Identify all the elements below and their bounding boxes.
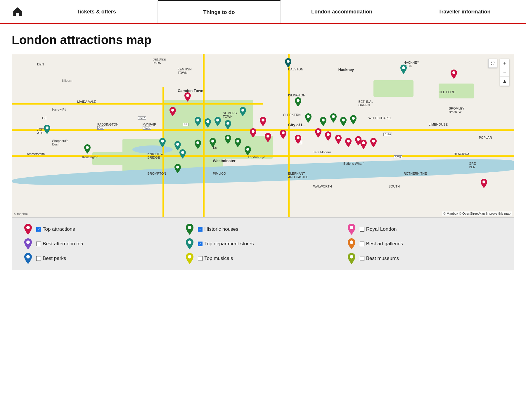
compass-button[interactable]: ▲ [500, 77, 509, 86]
pin-historic-ken[interactable] [84, 144, 91, 154]
mapbox-logo: © mapbox [14, 212, 28, 216]
svg-point-44 [188, 240, 191, 244]
svg-point-27 [176, 166, 179, 169]
best-afternoon-tea-check[interactable]: Best afternoon tea [36, 241, 83, 247]
pin-dept7[interactable] [179, 149, 186, 159]
pin-top-hackney[interactable] [451, 70, 457, 79]
svg-point-10 [347, 140, 350, 143]
svg-point-23 [332, 115, 335, 118]
top-dept-stores-pin [185, 239, 194, 249]
pin-historic3[interactable] [210, 138, 216, 147]
svg-point-11 [357, 138, 360, 141]
top-dept-stores-checkbox[interactable]: ✓ [198, 242, 203, 246]
svg-point-2 [262, 119, 264, 122]
pin-historic5[interactable] [235, 138, 241, 147]
pin-historic-s[interactable] [174, 164, 181, 173]
pin-historic-london-eye[interactable] [245, 146, 251, 155]
pin-top4[interactable] [280, 130, 286, 139]
pin-historic4[interactable] [225, 135, 231, 144]
best-art-galleries-check[interactable]: Best art galleries [360, 241, 403, 247]
pin-dept-shepherd[interactable] [44, 125, 50, 134]
pin-dept-north[interactable] [285, 58, 291, 67]
best-art-galleries-checkbox[interactable] [360, 242, 364, 246]
pin-dept1[interactable] [195, 117, 201, 126]
svg-point-40 [26, 226, 30, 229]
pin-top2[interactable] [250, 128, 256, 138]
zoom-out-button[interactable]: − [500, 68, 509, 77]
pin-top7[interactable] [325, 131, 331, 141]
pin-historic1[interactable] [295, 97, 301, 107]
pin-camden[interactable] [184, 92, 191, 102]
pin-top1[interactable] [260, 117, 266, 126]
royal-london-checkbox[interactable] [360, 227, 364, 232]
svg-point-5 [282, 131, 285, 134]
pin-dept2[interactable] [205, 118, 211, 128]
pin-regents[interactable] [169, 107, 176, 116]
svg-point-13 [372, 140, 375, 143]
pin-historic7[interactable] [320, 117, 326, 126]
best-museums-pin [347, 254, 356, 263]
legend-top-musicals: Top musicals [185, 254, 341, 263]
svg-point-25 [352, 117, 355, 120]
map-zoom-controls: + − ▲ [500, 59, 509, 86]
pin-top8[interactable] [335, 135, 342, 144]
historic-houses-checkbox[interactable]: ✓ [198, 227, 203, 232]
svg-point-3 [252, 130, 255, 133]
legend-top-attractions: ✓ Top attractions [23, 225, 179, 234]
pin-historic6[interactable] [305, 113, 312, 123]
top-musicals-checkbox[interactable] [198, 256, 203, 261]
legend-best-museums: Best museums [347, 254, 503, 263]
pin-top-far-right[interactable] [481, 179, 487, 188]
best-parks-checkbox[interactable] [36, 256, 41, 261]
pin-top12[interactable] [370, 138, 377, 147]
pin-historic2[interactable] [195, 140, 201, 149]
svg-point-24 [342, 119, 345, 122]
top-musicals-check[interactable]: Top musicals [198, 256, 233, 261]
page-title: London attractions map [12, 33, 514, 47]
svg-point-6 [297, 136, 300, 139]
best-museums-check[interactable]: Best museums [360, 256, 399, 261]
top-musicals-pin [185, 254, 194, 263]
pin-dept5[interactable] [159, 138, 166, 147]
pin-dept-marylebone[interactable] [240, 107, 246, 116]
pin-historic8[interactable] [330, 113, 337, 123]
svg-point-14 [452, 71, 455, 74]
tab-accommodation[interactable]: London accommodation [281, 0, 403, 23]
tab-things-to-do[interactable]: Things to do [158, 0, 281, 23]
pin-dept-east[interactable] [400, 65, 407, 74]
svg-point-42 [350, 226, 353, 229]
historic-houses-check[interactable]: ✓ Historic houses [198, 226, 238, 232]
pin-historic9[interactable] [340, 117, 347, 126]
best-afternoon-tea-checkbox[interactable] [36, 242, 41, 246]
pin-top5[interactable] [295, 135, 301, 144]
svg-point-0 [186, 94, 189, 97]
top-attractions-checkbox[interactable]: ✓ [36, 227, 41, 232]
svg-point-4 [267, 135, 269, 138]
fullscreen-button[interactable] [488, 59, 497, 68]
pin-top3[interactable] [265, 133, 271, 142]
top-attractions-check[interactable]: ✓ Top attractions [36, 226, 75, 232]
pin-top9[interactable] [345, 138, 352, 147]
best-museums-checkbox[interactable] [360, 256, 364, 261]
pin-dept3[interactable] [214, 117, 221, 126]
royal-london-check[interactable]: Royal London [360, 226, 397, 232]
pin-top6[interactable] [315, 128, 321, 138]
svg-point-31 [216, 119, 219, 122]
home-button[interactable] [0, 0, 35, 23]
top-dept-stores-check[interactable]: ✓ Top department stores [198, 241, 254, 247]
attractions-map[interactable]: DEN Kilburn KENTISHTOWN BELSIZEPARK Camd… [12, 54, 514, 218]
svg-point-12 [362, 141, 365, 144]
svg-point-41 [188, 226, 191, 229]
svg-point-30 [206, 120, 209, 123]
svg-point-1 [171, 109, 174, 112]
pin-dept4[interactable] [225, 120, 231, 129]
tab-tickets[interactable]: Tickets & offers [35, 0, 158, 23]
pin-top11[interactable] [360, 140, 367, 149]
best-parks-check[interactable]: Best parks [36, 256, 66, 261]
road-vertical-1 [203, 54, 205, 217]
tab-traveller-info[interactable]: Traveller information [403, 0, 526, 23]
svg-point-20 [236, 140, 239, 143]
hackney-downs [373, 80, 413, 97]
zoom-in-button[interactable]: + [500, 59, 509, 68]
pin-historic10[interactable] [350, 115, 357, 124]
